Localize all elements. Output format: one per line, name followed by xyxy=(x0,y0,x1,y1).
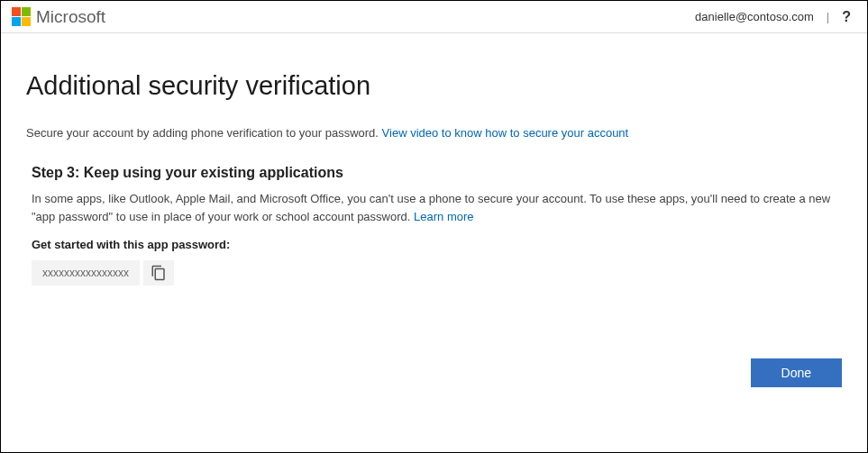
step-title: Step 3: Keep using your existing applica… xyxy=(32,165,842,181)
page-title: Additional security verification xyxy=(26,71,842,101)
microsoft-logo-icon xyxy=(12,7,31,26)
done-button[interactable]: Done xyxy=(751,358,842,387)
step-section: Step 3: Keep using your existing applica… xyxy=(26,165,842,285)
brand: Microsoft xyxy=(12,7,105,27)
subtitle-text: Secure your account by adding phone veri… xyxy=(26,126,382,140)
app-password-value: xxxxxxxxxxxxxxxx xyxy=(32,260,140,285)
main-content: Additional security verification Secure … xyxy=(1,33,867,285)
video-link[interactable]: View video to know how to secure your ac… xyxy=(382,126,629,140)
learn-more-link[interactable]: Learn more xyxy=(414,210,473,223)
step-body: In some apps, like Outlook, Apple Mail, … xyxy=(32,190,842,225)
get-started-label: Get started with this app password: xyxy=(32,238,842,251)
header-divider: | xyxy=(827,10,829,23)
copy-password-button[interactable] xyxy=(143,260,174,285)
copy-icon xyxy=(151,265,167,281)
page-subtitle: Secure your account by adding phone veri… xyxy=(26,126,842,140)
help-icon[interactable]: ? xyxy=(842,9,851,25)
app-password-row: xxxxxxxxxxxxxxxx xyxy=(32,260,842,285)
user-email: danielle@contoso.com xyxy=(695,10,814,23)
header-bar: Microsoft danielle@contoso.com | ? xyxy=(1,1,867,33)
brand-text: Microsoft xyxy=(36,7,105,27)
header-right: danielle@contoso.com | ? xyxy=(695,9,851,25)
